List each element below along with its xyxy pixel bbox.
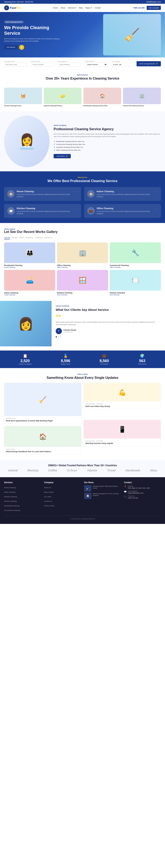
gallery-strip-item-4[interactable]: 🏢 Commercial Cleaning Services → <box>123 88 161 108</box>
blog-card-3[interactable]: 💪 June 28, 2022 · 3 min read Each Learn … <box>84 383 161 409</box>
gallery-tab-all[interactable]: View All <box>4 236 10 239</box>
gallery-card-5[interactable]: 🪟 Window Cleaning Book Cleaning <box>57 270 108 296</box>
gallery-tab-kitchen[interactable]: Kitchen <box>12 236 17 239</box>
check-item-2: Commercial Cleaning Service Near You <box>54 143 161 146</box>
gallery-card-3[interactable]: 🔧 Commercial Cleaning Office Cleaning <box>110 242 161 268</box>
footer-company-link-1[interactable]: About Us <box>44 487 51 489</box>
price-input[interactable] <box>112 63 134 66</box>
name-input[interactable] <box>4 63 27 66</box>
testimonial-image: 👩 <box>0 301 51 346</box>
footer-service-link-3[interactable]: Window Cleaning <box>4 496 17 498</box>
service-desc-4: Lorem ipsum dolor sit amet consectetur a… <box>97 210 154 215</box>
gallery-grid: 👨‍👩‍👧 Residential Cleaning House Cleanin… <box>4 242 161 296</box>
footer-company-link-2[interactable]: Blog & News <box>44 491 54 493</box>
footer-services-title: Services <box>4 481 41 484</box>
service-card-4[interactable]: 💼 Office Cleaning Lorem ipsum dolor sit … <box>84 204 161 218</box>
hero-badge: Best Cleaning Service <box>4 21 24 23</box>
footer-address: 📍 Address 6391 Elgin St. New York, USA <box>124 485 161 489</box>
dot-2[interactable] <box>58 336 59 338</box>
blog-body-3: June 28, 2022 · 3 min read Each Learn Be… <box>84 402 161 409</box>
gallery-strip-item-1[interactable]: 🧺 Provide Cleaning Service → <box>4 88 42 108</box>
gallery-strip-caption-2: Imperial Cleaning Services <box>44 105 82 106</box>
nav-services[interactable]: Services ▾ <box>68 7 77 9</box>
hero-cta-button[interactable]: Get Started <box>4 45 17 50</box>
gallery-tab-office[interactable]: Office <box>19 236 24 239</box>
hero-image-placeholder: 🧹 <box>124 28 140 42</box>
play-button[interactable]: ▶ <box>19 45 24 50</box>
copyright: © 2023 FastPro All Rights Reserved <box>70 518 95 520</box>
email-icon: ✉️ <box>124 490 126 493</box>
gallery-card-sub-6: Fast Cleaning <box>110 294 161 296</box>
gallery-card-6[interactable]: 🍽️ Kitchen Cleaning Fast Cleaning <box>110 270 161 296</box>
check-item-1: Residential Cleaning Service Near You <box>54 140 161 143</box>
stat-label-4: Team Moral <box>138 363 146 365</box>
dot-1[interactable] <box>56 336 57 338</box>
services-section: What We Do We Offer Best Professional Cl… <box>0 171 165 223</box>
footer-company-link-5[interactable]: Privacy Policy <box>44 505 54 507</box>
service-card-2[interactable]: 🏠 Indoor Cleaning Lorem ipsum dolor sit … <box>84 187 161 201</box>
header-cta-button[interactable]: Get a Quote <box>147 6 161 10</box>
service-field-group: Select Service Select Service House Clea… <box>85 61 108 67</box>
about-learn-more-button[interactable]: Learn More ⚡ <box>54 154 71 158</box>
footer-company-2: Blog & News <box>44 490 81 494</box>
gallery-strip-item-3[interactable]: 🏠 Residential Cleaning Services Near → <box>83 88 121 108</box>
nav-blog[interactable]: Blog <box>79 7 83 9</box>
gallery-tab-gardening[interactable]: Gardening <box>35 236 42 239</box>
testimonial-author: P Pamela Glosia Co-Founder <box>56 328 161 334</box>
book-appointment-button[interactable]: Book an Appointment ⚡ <box>136 61 161 66</box>
blog-card-4[interactable]: 📱 June 28, 2022 · 3 min read Watching Gu… <box>84 420 161 446</box>
blog-card-1[interactable]: 🧹 June 25, 2022 Book More Appointments &… <box>4 383 81 424</box>
gallery-tab-plumbing[interactable]: Plumbing <box>26 236 33 239</box>
dot-3[interactable] <box>60 336 61 338</box>
top-bar: Opening Hour: 8:00 AM - 08:00 PM info@fa… <box>0 0 165 4</box>
about-text: Don't trust anyone to care of the cleann… <box>54 133 161 138</box>
footer-news-img-1: 🧹 <box>84 485 91 492</box>
nav-pages[interactable]: Pages ▾ <box>85 7 92 9</box>
phone-input[interactable] <box>31 63 54 66</box>
gallery-strip-image-2: 🧽 <box>44 88 82 104</box>
stat-label-2: Happy Clients <box>60 363 70 365</box>
gallery-strip-item-2[interactable]: 🧽 Imperial Cleaning Services → <box>44 88 82 108</box>
gallery-card-1[interactable]: 👨‍👩‍👧 Residential Cleaning House Cleanin… <box>4 242 55 268</box>
gallery-card-title-4: Indoor Cleaning <box>4 292 55 294</box>
blog-card-title-2: Ethical Design Handbook How To Leave Dar… <box>6 451 80 453</box>
service-arrow-3: → <box>76 207 78 209</box>
stat-icon-2: 🏅 <box>60 353 70 358</box>
service-info-4: Office Cleaning Lorem ipsum dolor sit am… <box>97 207 154 215</box>
sponsors-logos: natural Mockup Coffee Urban Hipster Trav… <box>4 468 161 473</box>
nav-contact[interactable]: Contact <box>94 7 101 9</box>
footer-service-link-2[interactable]: Office Cleaning <box>4 491 15 493</box>
footer-news-title: Our News <box>84 481 121 484</box>
blog-card-2[interactable]: 🏠 June 25, 2022 Ethical Design Handbook … <box>4 426 81 455</box>
service-card-1[interactable]: 🏠 House Cleaning Lorem ipsum dolor sit a… <box>4 187 81 201</box>
services-title: We Offer Best Professional Cleaning Serv… <box>4 179 161 183</box>
phone-value: +800 123 456 <box>128 497 138 499</box>
footer-service-link-6[interactable]: Commercial Cleaning <box>4 509 20 511</box>
footer-service-3: Window Cleaning <box>4 494 41 498</box>
footer-service-link-5[interactable]: Residential Cleaning <box>4 505 19 507</box>
gallery-strip-arrow-2: → <box>44 107 45 108</box>
footer-service-link-4[interactable]: Kitchen Cleaning <box>4 500 16 502</box>
footer-phone: 📞 Phone No +800 123 456 <box>124 495 161 499</box>
service-select[interactable]: Select Service House Cleaning Office Cle… <box>85 62 108 67</box>
footer-company-link-3[interactable]: Our Team <box>44 496 51 498</box>
topbar-right: info@fastpro.com <box>146 1 161 3</box>
footer-service-link-1[interactable]: House Cleaning <box>4 487 16 489</box>
nav-home[interactable]: Home <box>53 7 58 9</box>
footer-company-link-4[interactable]: Contact Us <box>44 500 52 502</box>
gallery-tab-basement[interactable]: Basement <box>45 236 52 239</box>
about-btn-label: Learn More <box>56 155 65 157</box>
email-input[interactable] <box>58 63 81 66</box>
gallery-card-2[interactable]: 🏢 Office Cleaning Office Cleaning <box>57 242 108 268</box>
gallery-card-sub-2: Office Cleaning <box>57 267 108 268</box>
footer-bottom: © 2023 FastPro All Rights Reserved <box>4 516 161 520</box>
nav-about[interactable]: About <box>60 7 66 9</box>
gallery-card-4[interactable]: 🛋️ Indoor Cleaning House Cleaning <box>4 270 55 296</box>
testimonial-content: Clients Feedback What Our Clients Say Ab… <box>51 301 165 346</box>
footer-news-img-2: 🏠 <box>84 493 91 499</box>
address-details: Address 6391 Elgin St. New York, USA <box>128 485 150 489</box>
service-card-3[interactable]: 🍽️ Kitchen Cleaning Lorem ipsum dolor si… <box>4 204 81 218</box>
sponsor-2: Mockup <box>25 468 40 473</box>
blog-title: Samething Know About Every Single Update… <box>4 376 161 380</box>
footer-service-2: Office Cleaning <box>4 490 41 494</box>
